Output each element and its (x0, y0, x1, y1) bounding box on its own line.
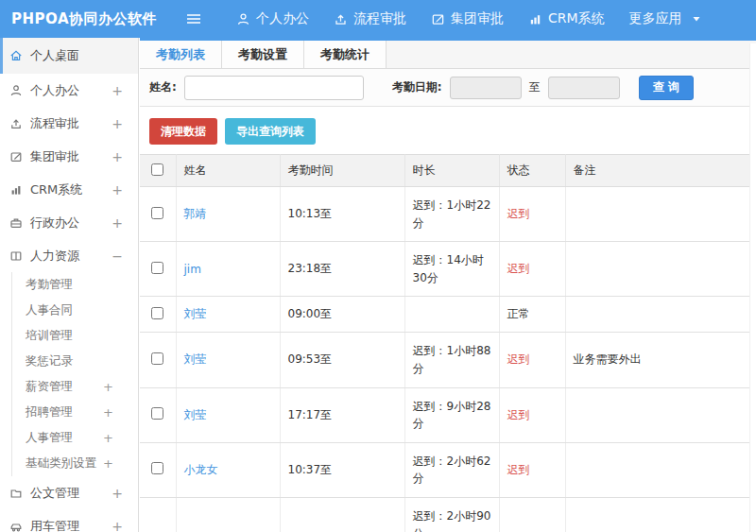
attendance-time-cell: 17:17至 (280, 387, 404, 442)
sidebar-subitem-label: 薪资管理 (26, 379, 73, 395)
employee-name-link[interactable]: jim (184, 263, 201, 276)
export-list-button[interactable]: 导出查询列表 (225, 118, 316, 145)
expand-toggle-icon[interactable]: + (103, 431, 113, 445)
sidebar-subitem-personnel-management[interactable]: 人事管理 + (12, 425, 138, 451)
search-button[interactable]: 查 询 (639, 76, 694, 100)
attendance-time-cell: 10:54至10:54 (280, 497, 404, 532)
table-row: 郭靖 10:13至 迟到：1小时22分 迟到 (140, 187, 756, 242)
sidebar-subitem-label: 人事管理 (26, 430, 73, 446)
table-column-header: 备注 (565, 155, 756, 187)
expand-toggle-icon[interactable]: + (112, 215, 123, 231)
table-row: 刘莹 09:00至 正常 (140, 297, 756, 333)
sidebar-subitem-salary-management[interactable]: 薪资管理 + (12, 374, 138, 400)
sidebar-subitem-recruitment-management[interactable]: 招聘管理 + (12, 400, 138, 425)
date-label: 考勤日期: (392, 79, 442, 95)
topnav-item-personal-office[interactable]: 个人办公 (236, 10, 309, 27)
tab-attendance-settings[interactable]: 考勤设置 (222, 41, 304, 68)
flow-icon (9, 117, 23, 130)
employee-name-link[interactable]: 郭靖 (184, 207, 207, 220)
table-column-header: 状态 (499, 155, 565, 187)
row-checkbox[interactable] (151, 307, 163, 319)
status-cell: 迟到 (499, 387, 565, 442)
duration-cell: 迟到：9小时28分 (404, 387, 499, 442)
sidebar-subitem-label: 人事合同 (26, 302, 73, 318)
expand-toggle-icon[interactable]: − (112, 249, 123, 264)
topnav-item-crm-system[interactable]: CRM系统 (528, 10, 605, 27)
status-cell: 迟到 (499, 442, 565, 497)
sidebar-item-label: 公文管理 (30, 485, 79, 502)
topnav-item-more-apps[interactable]: 更多应用 (629, 10, 701, 27)
row-checkbox[interactable] (151, 407, 163, 420)
action-toolbar: 清理数据 导出查询列表 (140, 107, 756, 154)
topnav-item-workflow-approval[interactable]: 流程审批 (334, 10, 406, 27)
duration-cell: 迟到：1小时22分 (404, 187, 499, 242)
topnav-item-label: 流程审批 (353, 10, 406, 27)
sidebar-subitem-label: 考勤管理 (26, 277, 73, 293)
tab-strip: 考勤列表考勤设置考勤统计 (140, 41, 756, 69)
note-cell (565, 242, 756, 297)
note-cell: 1111 (565, 497, 756, 532)
row-checkbox[interactable] (151, 462, 163, 474)
expand-toggle-icon[interactable]: + (112, 519, 123, 532)
employee-name-link[interactable]: 小龙女 (184, 463, 218, 476)
duration-cell: 迟到：1小时88分 (404, 333, 499, 387)
note-cell (565, 442, 756, 497)
tab-attendance-stats[interactable]: 考勤统计 (304, 41, 387, 68)
table-column-header: 时长 (404, 155, 499, 187)
expand-toggle-icon[interactable]: + (103, 456, 113, 471)
sidebar-item-label: 用车管理 (30, 518, 79, 532)
expand-toggle-icon[interactable]: + (112, 116, 123, 131)
topnav-item-group-approval[interactable]: 集团审批 (431, 10, 504, 27)
status-cell: 迟到 (499, 333, 565, 387)
sidebar-item-group-approval[interactable]: 集团审批 + (0, 140, 138, 173)
sidebar-item-admin-office[interactable]: 行政办公 + (0, 206, 138, 239)
clean-data-button[interactable]: 清理数据 (149, 118, 217, 145)
expand-toggle-icon[interactable]: + (112, 182, 123, 197)
table-column-header: 考勤时间 (280, 155, 404, 187)
date-from-input[interactable] (450, 77, 522, 99)
expand-toggle-icon[interactable]: + (103, 405, 113, 420)
sidebar-subitem-base-category-settings[interactable]: 基础类别设置 + (12, 451, 138, 476)
tab-attendance-list[interactable]: 考勤列表 (140, 41, 222, 68)
sidebar-subitem-hr-contract[interactable]: 人事合同 (12, 298, 138, 323)
select-all-checkbox[interactable] (151, 163, 163, 176)
attendance-time-cell: 23:18至 (280, 242, 404, 297)
expand-toggle-icon[interactable]: + (112, 486, 123, 501)
book-icon (9, 249, 23, 263)
row-checkbox[interactable] (151, 262, 163, 274)
attendance-time-cell: 10:13至 (280, 187, 404, 242)
sidebar-item-label: 行政办公 (30, 215, 79, 232)
employee-name-link[interactable]: 刘莹 (184, 352, 207, 366)
sidebar-item-document-management[interactable]: 公文管理 + (0, 476, 138, 509)
sidebar-subitem-attendance-management[interactable]: 考勤管理 (12, 272, 138, 298)
edit-icon (9, 150, 23, 163)
scrollbar-track[interactable] (749, 43, 756, 532)
sidebar-item-vehicle-management[interactable]: 用车管理 + (0, 509, 138, 532)
expand-toggle-icon[interactable]: + (112, 83, 123, 98)
menu-icon[interactable] (185, 12, 202, 26)
employee-name-link[interactable]: 刘莹 (184, 307, 207, 320)
name-input[interactable] (184, 76, 364, 100)
status-cell: 迟到/早退 (499, 497, 565, 532)
table-header-row: 姓名考勤时间时长状态备注 (140, 155, 756, 187)
sidebar-item-workflow-approval[interactable]: 流程审批 + (0, 107, 138, 140)
sidebar-subitem-training-management[interactable]: 培训管理 (12, 323, 138, 349)
sidebar-item-personal-desktop[interactable]: 个人桌面 (0, 38, 138, 74)
sidebar-item-human-resources[interactable]: 人力资源 − (0, 239, 138, 272)
employee-name-link[interactable]: 刘莹 (184, 408, 207, 421)
expand-toggle-icon[interactable]: + (103, 380, 113, 394)
topnav-item-label: 个人办公 (256, 10, 309, 27)
row-checkbox[interactable] (151, 207, 163, 219)
expand-toggle-icon[interactable]: + (112, 149, 123, 164)
sidebar-item-label: CRM系统 (30, 181, 82, 198)
duration-cell: 迟到：2小时62分 (404, 442, 499, 497)
sidebar-item-label: 集团审批 (30, 148, 79, 165)
table-row: jim 23:18至 迟到：14小时30分 迟到 (140, 242, 756, 297)
sidebar-item-personal-office[interactable]: 个人办公 + (0, 74, 138, 107)
row-checkbox[interactable] (151, 352, 163, 365)
filter-bar: 姓名: 考勤日期: 至 查 询 (140, 69, 756, 107)
topnav: 个人办公 流程审批 集团审批 CRM系统 更多应用 (236, 10, 701, 27)
sidebar-subitem-reward-punishment-records[interactable]: 奖惩记录 (12, 349, 138, 374)
date-to-input[interactable] (548, 77, 620, 99)
sidebar-item-crm-system[interactable]: CRM系统 + (0, 173, 138, 206)
